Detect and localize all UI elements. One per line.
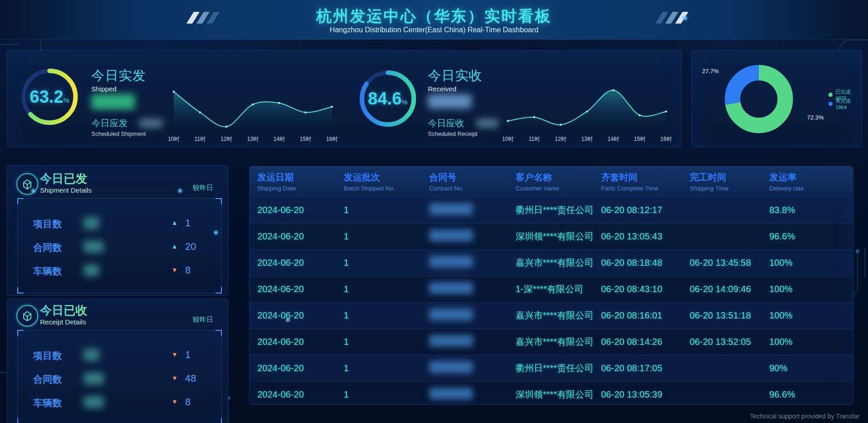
trend-arrow-icon: ▼ <box>171 398 178 405</box>
shipped-trend-chart: 10时11时12时13时14时15时16时 <box>166 79 339 142</box>
column-header-en: Shipping Time <box>690 185 769 192</box>
stat-row: 车辆数 ▼ 8 <box>18 396 221 408</box>
table-row: 2024-06-20 1 1-深****有限公司 06-20 08:43:10 … <box>250 276 853 302</box>
stat-row: 车辆数 ▼ 8 <box>18 264 221 277</box>
cell-batch: 1 <box>344 389 429 400</box>
receipt-stats-box: 项目数 ▼ 1 合同数 ▼ 48 车辆数 <box>17 330 222 423</box>
cell-delivery-rate: 100% <box>769 310 853 321</box>
cell-shipping-date: 2024-06-20 <box>257 337 344 347</box>
cell-delivery-rate: 90% <box>769 363 853 373</box>
cell-delivery-rate: 100% <box>769 284 853 294</box>
cell-shipping-date: 2024-06-20 <box>257 205 344 215</box>
column-header-en: Batch Shipped No. <box>344 185 429 192</box>
shipment-stats-box: 项目数 ▲ 1 合同数 ▲ 20 车辆数 <box>17 198 222 294</box>
glow-dot-decoration <box>212 229 220 236</box>
completion-donut-panel: 27.7% 72.3% 已完成 4876 未完成 1864 <box>692 50 862 147</box>
column-header-en: Shipping Date <box>257 185 344 192</box>
redacted-received-count <box>428 94 472 109</box>
cell-contract <box>429 361 516 375</box>
cell-batch: 1 <box>344 205 429 215</box>
redacted-contract-no <box>429 361 473 373</box>
redacted-contract-no <box>429 309 473 320</box>
redacted-contract-no <box>429 388 473 399</box>
stat-row: 合同数 ▲ 20 <box>18 240 221 253</box>
cell-shipping-time: 06-20 14:09:46 <box>690 284 769 294</box>
column-header: 发运日期 Shipping Date <box>257 171 344 192</box>
cell-shipping-time: 06-20 13:51:18 <box>690 310 769 321</box>
column-header: 发运率 Delivery rate <box>769 171 853 192</box>
glow-dot-decoration <box>30 187 37 194</box>
stat-delta: 20 <box>185 241 196 253</box>
received-percent-unit: % <box>401 98 407 106</box>
stat-row: 合同数 ▼ 48 <box>18 372 221 385</box>
legend-label: 未完成 1864 <box>836 98 862 110</box>
cell-customer: 衢州日****责任公司 <box>516 204 601 216</box>
column-header: 发运批次 Batch Shipped No. <box>344 171 429 192</box>
stat-delta: 1 <box>185 349 191 361</box>
svg-text:11时: 11时 <box>195 136 206 142</box>
table-row: 2024-06-20 1 衢州日****责任公司 06-20 08:17:05 … <box>250 355 853 381</box>
header-bar: 杭州发运中心（华东）实时看板 Hangzhou Distribution Cen… <box>0 0 868 40</box>
column-header-zh: 完工时间 <box>690 171 769 184</box>
trend-arrow-icon: ▲ <box>171 243 178 250</box>
column-header-zh: 客户名称 <box>516 171 601 184</box>
column-header-zh: 发运日期 <box>257 171 344 184</box>
column-header: 合同号 Contract No. <box>429 171 516 192</box>
column-header: 齐套时间 Parts Complete Time <box>601 171 690 192</box>
cell-shipping-date: 2024-06-20 <box>257 389 344 400</box>
column-header-en: Parts Complete Time <box>601 185 690 192</box>
cell-delivery-rate: 83.8% <box>769 205 853 215</box>
table-row: 2024-06-20 1 衢州日****责任公司 06-20 08:12:17 … <box>250 197 853 223</box>
glow-dot-decoration <box>176 187 184 194</box>
svg-text:16时: 16时 <box>660 136 672 142</box>
cell-shipping-date: 2024-06-20 <box>257 284 344 294</box>
received-percent: 84.6 <box>368 89 401 109</box>
donut-legend: 已完成 4876 未完成 1864 <box>828 90 862 108</box>
cell-contract <box>429 388 516 402</box>
trend-arrow-icon: ▲ <box>171 219 178 226</box>
stat-label: 车辆数 <box>33 397 62 409</box>
cell-complete-time: 06-20 08:12:17 <box>601 205 690 215</box>
cell-contract <box>429 309 516 323</box>
redacted-scheduled-shipment <box>139 119 163 128</box>
cell-batch: 1 <box>344 284 429 294</box>
corner-decoration <box>17 418 24 423</box>
cell-contract <box>429 256 516 270</box>
table-row: 2024-06-20 1 深圳领****有限公司 06-20 13:05:39 … <box>250 381 853 408</box>
svg-text:13时: 13时 <box>581 136 592 142</box>
cell-contract <box>429 335 516 349</box>
shipment-card-subtitle: Shipment Details <box>40 186 91 194</box>
corner-decoration <box>216 287 222 294</box>
shipment-details-card: 今日已发 Shipment Details 较昨日 项目数 ▲ 1 合同数 <box>7 165 228 296</box>
redacted-stat-value <box>84 217 99 229</box>
shipped-title-en: Shipped <box>91 85 116 93</box>
svg-text:16时: 16时 <box>326 136 337 142</box>
shipment-card-title: 今日已发 <box>40 171 87 187</box>
cell-shipping-time: 06-20 13:52:05 <box>690 337 769 347</box>
cell-delivery-rate: 96.6% <box>769 389 853 400</box>
column-header-zh: 合同号 <box>429 171 516 184</box>
stat-row: 项目数 ▲ 1 <box>18 217 221 229</box>
table-row: 2024-06-20 1 嘉兴市****有限公司 06-20 08:16:01 … <box>250 302 853 328</box>
redacted-shipped-count <box>91 94 135 109</box>
cell-batch: 1 <box>344 363 429 373</box>
cell-delivery-rate: 100% <box>769 258 853 268</box>
cell-customer: 深圳领****有限公司 <box>516 388 601 401</box>
cell-customer: 嘉兴市****有限公司 <box>516 309 601 322</box>
cell-customer: 衢州日****责任公司 <box>516 362 601 374</box>
scheduled-receipt-label-en: Scheduled Receipt <box>428 130 477 137</box>
cell-batch: 1 <box>344 310 429 321</box>
redacted-contract-no <box>429 256 473 268</box>
cell-customer: 嘉兴市****有限公司 <box>516 336 601 348</box>
cell-customer: 嘉兴市****有限公司 <box>516 257 601 269</box>
kpi-panel: 63.2% 今日实发 Shipped 今日应发 Scheduled Shipme… <box>7 50 682 147</box>
stat-label: 项目数 <box>33 349 62 362</box>
cell-customer: 1-深****有限公司 <box>516 283 601 295</box>
trend-arrow-icon: ▼ <box>171 374 178 382</box>
svg-text:12时: 12时 <box>555 136 566 142</box>
compare-yesterday-label: 较昨日 <box>193 184 213 192</box>
cell-contract <box>429 229 516 244</box>
stat-delta: 8 <box>185 264 191 276</box>
column-header: 完工时间 Shipping Time <box>690 171 769 192</box>
svg-text:12时: 12时 <box>221 136 232 142</box>
